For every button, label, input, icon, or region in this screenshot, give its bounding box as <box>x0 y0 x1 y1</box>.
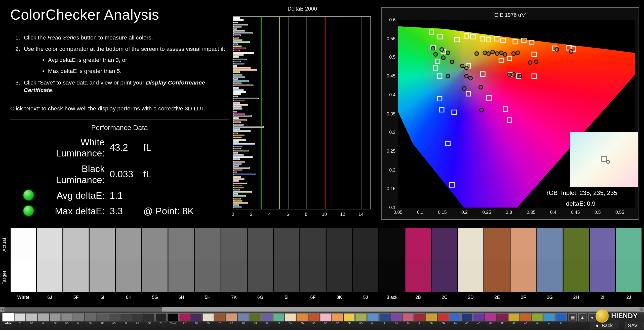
taskbar-swatch[interactable]: 3C <box>308 313 320 324</box>
taskbar-swatch[interactable]: 5H <box>85 313 96 324</box>
comparator-target-swatch <box>432 260 457 292</box>
led-slot <box>10 169 40 180</box>
taskbar-swatch[interactable]: 3G <box>355 313 367 324</box>
taskbar-swatch[interactable]: 5G <box>61 313 73 324</box>
window-icon[interactable]: ▦ <box>569 313 577 321</box>
deltae-axis-tick-label: 8 <box>305 212 307 217</box>
taskbar-swatch[interactable]: 4F <box>508 313 519 324</box>
cie-chart-title: CIE 1976 u'v' <box>382 12 639 18</box>
taskbar-swatch-label: 3D <box>324 322 328 324</box>
scroll-left-icon[interactable]: ◄ <box>0 307 5 312</box>
taskbar-swatch[interactable]: 2D <box>203 313 214 324</box>
scroll-right-icon[interactable]: ► <box>639 307 644 312</box>
cie-target-square <box>486 37 491 42</box>
taskbar-swatch[interactable]: 4C <box>473 313 484 324</box>
taskbar-swatch[interactable]: 2G <box>238 313 249 324</box>
taskbar-swatch[interactable]: 7K <box>97 313 108 324</box>
taskbar-swatch[interactable]: 4G <box>520 313 531 324</box>
cie-measured-point <box>433 52 438 57</box>
taskbar-swatch-color <box>438 313 449 321</box>
taskbar-swatch[interactable]: 6G <box>108 313 120 324</box>
taskbar-swatch-label: 2I <box>266 322 268 324</box>
taskbar-swatch-label: 2H <box>254 322 257 324</box>
arrow-up-icon[interactable]: ▲ <box>578 313 587 321</box>
taskbar-swatch[interactable]: 4J <box>555 313 567 324</box>
taskbar-swatch[interactable]: 4B <box>461 313 472 324</box>
deltae-bar <box>233 67 251 69</box>
taskbar-swatch[interactable]: 3E <box>332 313 343 324</box>
deltae-bar <box>233 32 252 34</box>
taskbar-swatch[interactable]: 2F <box>226 313 237 324</box>
deltae-bar <box>233 82 242 84</box>
taskbar-swatch[interactable]: 3D <box>320 313 331 324</box>
taskbar-swatch[interactable]: 3H <box>367 313 378 324</box>
deltae-bar <box>233 174 256 176</box>
taskbar-swatch[interactable]: 5I <box>120 313 131 324</box>
taskbar-swatch[interactable]: Black <box>167 313 178 324</box>
cie-target-square <box>464 33 469 39</box>
bullet-list: • Avg deltaE is greater than 3, or • Max… <box>42 56 229 75</box>
taskbar-swatch[interactable]: 2I <box>261 313 273 324</box>
taskbar-swatch[interactable]: White <box>3 313 14 324</box>
taskbar-swatch[interactable]: 4H <box>532 313 543 324</box>
instruction-step-2: 2. Use the color comparator at the botto… <box>10 45 229 53</box>
deltae-bar <box>233 113 245 115</box>
comparator-target-swatch <box>353 260 378 292</box>
cie-axis-tick-label: 0.2 <box>389 167 395 172</box>
comparator-actual-swatch <box>63 228 89 260</box>
taskbar-swatch[interactable]: 2B <box>179 313 190 324</box>
taskbar-swatch[interactable]: 3I <box>379 313 390 324</box>
taskbar-swatch[interactable]: 3F <box>344 313 355 324</box>
taskbar-swatch[interactable]: 3M <box>426 313 437 324</box>
taskbar-swatch[interactable]: 6K <box>50 313 61 324</box>
taskbar-swatch[interactable]: 2E <box>214 313 225 324</box>
taskbar-swatch[interactable]: 2J <box>273 313 284 324</box>
back-button[interactable]: ◄ Back <box>591 322 619 329</box>
cie-axis-tick-label: 0.3 <box>506 210 512 215</box>
record-icon[interactable]: ● <box>588 313 596 321</box>
deltae-bar <box>233 28 237 30</box>
taskbar-swatch[interactable]: 4D <box>485 313 496 324</box>
taskbar-swatch[interactable]: 5F <box>26 313 37 324</box>
taskbar-swatch[interactable]: 3B <box>297 313 308 324</box>
taskbar-swatch[interactable]: 4A <box>450 313 461 324</box>
taskbar-swatch[interactable]: 3L <box>414 313 425 324</box>
taskbar-swatch[interactable]: 2H <box>250 313 261 324</box>
taskbar-swatch[interactable]: 3J <box>391 313 402 324</box>
save-button[interactable]: SAV <box>625 322 644 329</box>
taskbar-swatch[interactable]: 6J <box>14 313 26 324</box>
taskbar-swatch-color <box>532 313 543 321</box>
scrollbar-thumb[interactable] <box>5 307 162 311</box>
taskbar-swatch[interactable]: 4E <box>497 313 508 324</box>
taskbar-swatch[interactable]: 6H <box>73 313 84 324</box>
comparator-actual-swatch <box>248 228 273 260</box>
pass-led-icon <box>23 190 34 200</box>
deltae-xlabels: 02468101214 <box>233 212 371 218</box>
taskbar-swatch-color <box>250 313 261 321</box>
taskbar-swatch[interactable]: 3A <box>285 313 296 324</box>
cie-target-square <box>531 73 537 79</box>
step-number: 3. <box>10 79 20 94</box>
deltae-bar <box>233 119 247 121</box>
taskbar-swatch[interactable]: 5J <box>155 313 167 324</box>
taskbar-swatch-label: 3J <box>395 322 397 324</box>
comparator-column: 6F <box>300 228 326 302</box>
comparator-actual-swatch <box>195 228 220 260</box>
taskbar-swatch[interactable]: 3K <box>403 313 414 324</box>
taskbar-swatch-label: 5G <box>65 322 69 324</box>
taskbar-swatch[interactable]: 2C <box>191 313 202 324</box>
deltae-bar <box>233 161 245 162</box>
taskbar-swatch[interactable]: 3N <box>438 313 449 324</box>
taskbar-swatch-color <box>285 313 296 321</box>
taskbar-swatch[interactable]: 4I <box>544 313 555 324</box>
taskbar-swatch[interactable]: 8K <box>144 313 155 324</box>
taskbar-swatch-label: 5H <box>89 322 92 324</box>
deltae-bar <box>233 139 246 141</box>
horizontal-scrollbar[interactable]: ◄ ► <box>0 307 644 312</box>
taskbar-swatch-color <box>214 313 225 321</box>
deltae-chart-title: DeltaE 2000 <box>233 6 372 15</box>
comparator-column: 6K <box>116 228 141 302</box>
taskbar-swatch[interactable]: 6I <box>38 313 49 324</box>
comparator-target-swatch <box>511 260 536 292</box>
taskbar-swatch[interactable]: 6F <box>132 313 143 324</box>
